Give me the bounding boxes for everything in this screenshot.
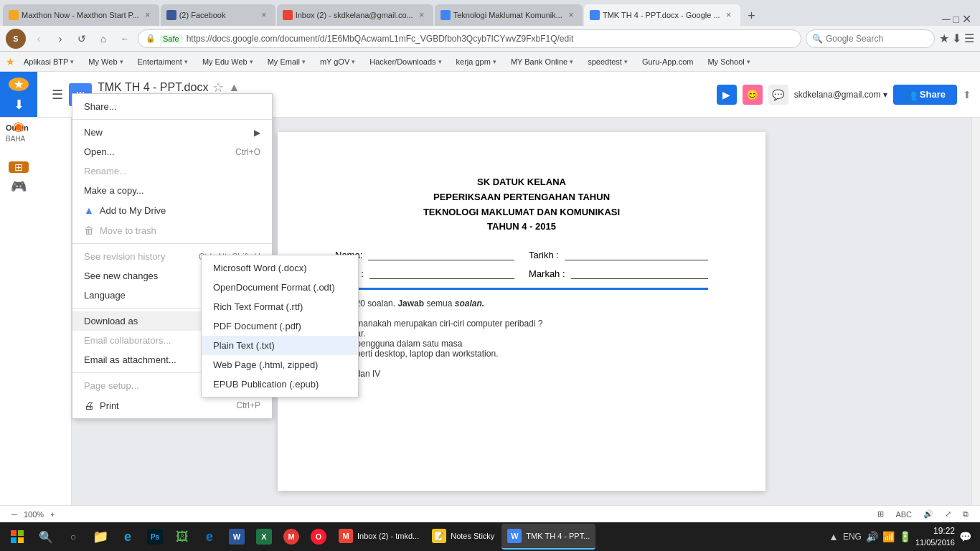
tab-5-close[interactable]: × (723, 9, 735, 21)
prev-page-button[interactable]: ← (116, 30, 133, 47)
expand-icon[interactable]: ⤢ (945, 509, 951, 519)
download-epub[interactable]: EPUB Publication (.epub) (202, 375, 358, 394)
bookmark-mygov[interactable]: mY gOV▾ (314, 54, 361, 70)
bookmark-speedtest[interactable]: speedtest▾ (582, 54, 633, 70)
tray-notification[interactable]: 💬 (959, 531, 971, 542)
svg-rect-1 (18, 530, 24, 536)
avatar-icon[interactable]: 😊 (743, 85, 763, 105)
download-txt[interactable]: Plain Text (.txt) (202, 336, 358, 355)
vertical-scrollbar[interactable] (971, 118, 980, 505)
bookmark-entertaiment[interactable]: Entertaiment▾ (132, 54, 194, 70)
tab-3-close[interactable]: × (416, 9, 428, 21)
tab-4[interactable]: Teknologi Maklumat Komunik... × (435, 4, 583, 26)
download-icon[interactable]: ⬇ (952, 32, 961, 45)
tab-2[interactable]: (2) Facebook × (161, 4, 275, 26)
close-button[interactable]: ✕ (962, 12, 971, 26)
print-menu-icon: 🖨 (84, 400, 94, 411)
bookmark-kerja[interactable]: kerja gpm▾ (451, 54, 502, 70)
start-button[interactable] (3, 522, 32, 551)
menu-makecopy[interactable]: Make a copy... (72, 181, 272, 200)
bookmarks-star[interactable]: ★ (6, 56, 15, 67)
menu-new[interactable]: New ▶ (72, 123, 272, 142)
minimize-button[interactable]: ─ (942, 13, 950, 26)
back-button[interactable]: ‹ (30, 30, 47, 47)
address-bar[interactable]: 🔒 Safe https://docs.google.com/document/… (138, 29, 801, 48)
taskbar-cortana[interactable]: ○ (60, 524, 86, 550)
tab-3[interactable]: Inbox (2) - skdkelana@gmail.co... × (277, 4, 433, 26)
new-tab-button[interactable]: + (742, 6, 762, 26)
video-icon[interactable]: ▶ (717, 85, 737, 105)
kelas-line (369, 268, 514, 279)
zoom-level[interactable]: ─ 100% + (11, 510, 55, 519)
tab-5[interactable]: TMK TH 4 - PPT.docx - Google ... × (584, 4, 740, 26)
sticky-app-icon: 📝 (432, 529, 446, 543)
tab-1[interactable]: Maxthon Now - Maxthon Start P... × (3, 4, 159, 26)
tab-3-title: Inbox (2) - skdkelana@gmail.co... (296, 11, 413, 19)
search-icon: 🔍 (812, 34, 823, 44)
download-rtf[interactable]: Rich Text Format (.rtf) (202, 297, 358, 316)
taskbar-edge[interactable]: e (115, 524, 141, 550)
taskbar-opera[interactable]: O (306, 524, 331, 550)
taskbar-ie[interactable]: e (197, 524, 222, 550)
menu-print[interactable]: 🖨 Print Ctrl+P (72, 395, 272, 415)
sidebar-gamepad-icon[interactable]: 🎮 (9, 179, 29, 194)
bookmark-icon[interactable]: ★ (939, 32, 949, 45)
maximize-button[interactable]: □ (953, 14, 959, 25)
search-box[interactable]: 🔍 (806, 29, 935, 48)
comment-icon[interactable]: 💬 (768, 85, 788, 105)
tab-1-close[interactable]: × (142, 9, 154, 21)
sidebar-x-icon[interactable]: ✕ (9, 140, 29, 156)
bookmark-myschool[interactable]: My School▾ (702, 54, 755, 70)
bookmarks-bar: ★ Aplikasi BTP▾ My Web▾ Entertaiment▾ My… (0, 52, 980, 72)
sidebar-feed-icon[interactable]: ◉ (9, 118, 29, 134)
share-button[interactable]: 👥 Share (893, 85, 957, 105)
tab-2-close[interactable]: × (258, 9, 270, 21)
taskbar-paint[interactable]: 🖼 (169, 524, 195, 550)
menu-share[interactable]: Share... (72, 97, 272, 116)
forward-button[interactable]: › (52, 30, 69, 47)
refresh-button[interactable]: ↺ (73, 30, 90, 47)
bookmark-mybank[interactable]: MY Bank Online▾ (505, 54, 579, 70)
columns-icon[interactable]: ⧉ (963, 509, 969, 519)
doc-nama-row: Nama: Tarikh : (335, 249, 708, 260)
bookmark-hacker[interactable]: Hacker/Downloads▾ (364, 54, 447, 70)
taskbar-inbox[interactable]: M Inbox (2) - tmkd... (333, 524, 425, 550)
home-button[interactable]: ⌂ (95, 30, 112, 47)
download-pdf[interactable]: PDF Document (.pdf) (202, 316, 358, 336)
hamburger-menu[interactable]: ☰ (52, 87, 63, 103)
menu-open[interactable]: Open... Ctrl+O (72, 142, 272, 161)
user-avatar[interactable]: S (6, 29, 26, 49)
menu-icon[interactable]: ☰ (964, 32, 974, 45)
tray-clock[interactable]: 19:22 11/05/2016 (915, 526, 955, 547)
download-odt[interactable]: OpenDocument Format (.odt) (202, 278, 358, 297)
taskbar-tmk[interactable]: W TMK TH 4 - PPT... (501, 524, 595, 550)
revhistory-label: See revision history (84, 251, 165, 262)
sidebar-download-icon[interactable]: ⬇ (9, 97, 29, 113)
taskbar-search[interactable]: 🔍 (33, 524, 59, 550)
bookmark-aplikasi[interactable]: Aplikasi BTP▾ (18, 54, 80, 70)
bookmark-myweb[interactable]: My Web▾ (83, 54, 128, 70)
taskbar-maxthon[interactable]: M (278, 524, 304, 550)
bookmark-myedu[interactable]: My Edu Web▾ (197, 54, 259, 70)
menu-rename: Rename... (72, 161, 272, 181)
download-docx[interactable]: Microsoft Word (.docx) (202, 258, 358, 278)
taskbar-word[interactable]: W (224, 524, 250, 550)
tray-network[interactable]: 📶 (882, 531, 895, 542)
tray-speaker[interactable]: 🔊 (866, 531, 878, 542)
search-input[interactable] (826, 34, 897, 44)
bookmark-myemail[interactable]: My Email▾ (262, 54, 311, 70)
menu-addtodrive[interactable]: ▲ Add to My Drive (72, 200, 272, 220)
taskbar-excel[interactable]: X (251, 524, 277, 550)
download-html[interactable]: Web Page (.html, zipped) (202, 355, 358, 375)
sidebar-bookmark-icon[interactable]: ★ (9, 77, 29, 91)
sidebar-grid-icon[interactable]: ⊞ (9, 161, 29, 173)
collapse-arrow[interactable]: ⬆ (963, 89, 971, 100)
tray-show-hidden[interactable]: ▲ (829, 531, 839, 542)
tray-lang[interactable]: ENG (843, 532, 862, 542)
taskbar-files[interactable]: 📁 (88, 524, 113, 550)
taskbar-ps[interactable]: Ps (142, 524, 168, 550)
taskbar-stickynotes[interactable]: 📝 Notes Sticky (426, 524, 500, 550)
drive-icon[interactable]: ▲ (228, 81, 240, 94)
tab-4-close[interactable]: × (565, 9, 577, 21)
bookmark-guruapp[interactable]: Guru-App.com (636, 54, 699, 70)
